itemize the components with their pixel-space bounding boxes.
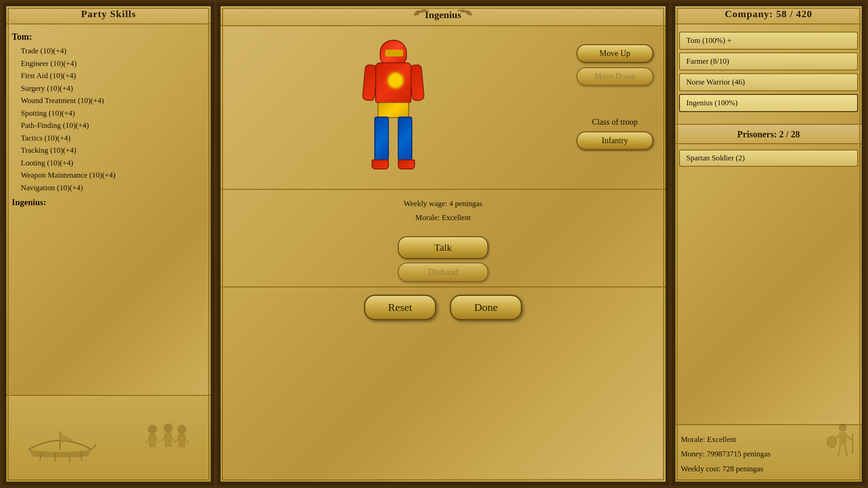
- warriors-svg: [139, 418, 193, 463]
- skill-trade: Trade (10)(+4): [12, 45, 205, 57]
- character-sprite: [362, 40, 425, 175]
- sprite-hips: [377, 102, 409, 118]
- company-header: Company: 58 / 420: [672, 3, 865, 24]
- party-skills-content: Tom: Trade (10)(+4) Engineer (10)(+4) Fi…: [3, 24, 214, 395]
- morale-text: Morale: Excellent: [226, 211, 660, 225]
- party-member-farmer[interactable]: Farmer (8/10): [679, 52, 858, 70]
- bottom-buttons-area: Reset Done: [217, 286, 669, 329]
- skill-looting: Looting (10)(+4): [12, 157, 205, 169]
- tom-skills-list: Trade (10)(+4) Engineer (10)(+4) First A…: [12, 45, 205, 194]
- class-of-troop-label: Class of troop: [592, 117, 638, 127]
- left-panel-bottom-decoration: [3, 395, 214, 485]
- dragon-right-icon: [457, 6, 475, 20]
- svg-marker-21: [851, 429, 854, 433]
- sprite-helmet: [380, 40, 407, 65]
- svg-point-9: [164, 423, 173, 432]
- skill-spotting: Spotting (10)(+4): [12, 107, 205, 120]
- svg-rect-18: [839, 432, 846, 445]
- move-up-button[interactable]: Move Up: [576, 44, 653, 63]
- info-section: Weekly wage: 4 peningas Morale: Excellen…: [217, 189, 669, 232]
- skill-engineer: Engineer (10)(+4): [12, 57, 205, 70]
- status-weekly-cost: Weekly cost: 728 peningas: [681, 462, 856, 476]
- character-controls: Move Up Move Down Class of troop Infantr…: [570, 35, 660, 180]
- tom-label: Tom:: [12, 32, 205, 42]
- skill-path-finding: Path-Finding (10)(+4): [12, 119, 205, 132]
- party-member-ingenius[interactable]: Ingenius (100%): [679, 94, 858, 112]
- warrior-decoration-icon: [825, 422, 861, 458]
- svg-point-5: [148, 425, 157, 434]
- skill-tactics: Tactics (10)(+4): [12, 132, 205, 145]
- skill-tracking: Tracking (10)(+4): [12, 144, 205, 157]
- disband-button[interactable]: Disband: [398, 263, 488, 282]
- svg-point-13: [177, 425, 186, 434]
- svg-point-17: [839, 423, 847, 432]
- skill-first-aid: First Aid (10)(+4): [12, 70, 205, 82]
- party-member-norse[interactable]: Norse Warrior (46): [679, 73, 858, 91]
- svg-rect-6: [149, 434, 156, 447]
- svg-rect-10: [165, 432, 172, 447]
- class-button[interactable]: Infantry: [576, 131, 653, 150]
- prisoners-header: Prisoners: 2 / 28: [672, 124, 865, 144]
- skill-navigation: Navigation (10)(+4): [12, 182, 205, 194]
- talk-button[interactable]: Talk: [398, 236, 488, 259]
- dragon-left-icon: [411, 6, 429, 20]
- party-list: Tom (100%) + Farmer (8/10) Norse Warrior…: [672, 24, 865, 119]
- weekly-wage-text: Weekly wage: 4 peningas: [226, 197, 660, 211]
- sprite-right-leg: [398, 117, 412, 162]
- ship-svg: [24, 418, 96, 463]
- skill-surgery: Surgery (10)(+4): [12, 82, 205, 95]
- sprite-right-foot: [398, 160, 415, 169]
- skill-weapon-maintenance: Weapon Maintenance (10)(+4): [12, 169, 205, 182]
- sprite-left-leg: [374, 117, 389, 162]
- character-sprite-area: [226, 35, 561, 180]
- party-member-tom[interactable]: Tom (100%) +: [679, 32, 858, 50]
- left-panel-title: Party Skills: [3, 3, 214, 24]
- prisoners-list: Spartan Soldier (2): [672, 144, 865, 172]
- sprite-chest: [375, 62, 411, 103]
- ingenius-skills-label: Ingenius:: [12, 197, 205, 207]
- done-button[interactable]: Done: [450, 295, 522, 320]
- skill-wound-treatment: Wound Treatment (10)(+4): [12, 94, 205, 107]
- reset-button[interactable]: Reset: [364, 295, 436, 320]
- prisoner-spartan[interactable]: Spartan Soldier (2): [679, 150, 858, 167]
- sprite-left-foot: [372, 160, 389, 169]
- move-down-button[interactable]: Move Down: [576, 67, 653, 86]
- svg-point-19: [827, 436, 836, 447]
- svg-rect-14: [178, 434, 185, 447]
